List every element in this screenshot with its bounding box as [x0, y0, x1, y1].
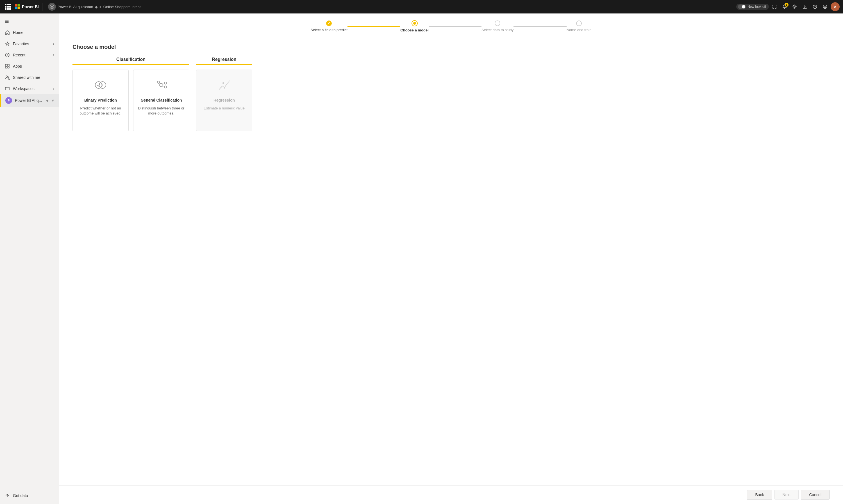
powerbi-ai-label: Power BI AI q...: [15, 98, 43, 103]
chevron-right-icon: ›: [53, 42, 54, 46]
svg-rect-15: [5, 67, 7, 68]
svg-point-9: [823, 5, 827, 9]
regression-section: Regression: [196, 57, 252, 131]
step-circle-2: [412, 20, 418, 26]
svg-point-10: [824, 6, 825, 7]
workspace-badge: P: [5, 97, 12, 104]
workspaces-icon: [4, 86, 10, 91]
regression-card: Regression Estimate a numeric value: [196, 70, 252, 131]
regression-title: Regression: [213, 98, 235, 103]
chevron-right-icon2: ›: [53, 53, 54, 57]
regression-cards: Regression Estimate a numeric value: [196, 70, 252, 131]
regression-icon: [216, 77, 233, 93]
help-button[interactable]: [810, 2, 820, 11]
step-label-1: Select a field to predict: [311, 28, 348, 32]
gear-icon: [792, 4, 797, 9]
clock-icon: [4, 52, 10, 58]
svg-point-6: [794, 6, 795, 7]
categories-row: Classification: [72, 57, 829, 131]
workspace-label: Power BI AI quickstart: [57, 5, 93, 9]
svg-point-22: [164, 82, 167, 84]
main-layout: Home Favorites › Recent: [0, 14, 843, 504]
sidebar-item-home[interactable]: Home: [0, 27, 59, 38]
svg-rect-3: [17, 7, 20, 9]
sidebar-bottom: Get data: [0, 487, 59, 504]
svg-rect-14: [7, 64, 9, 66]
sidebar-item-workspaces[interactable]: Workspaces ›: [0, 83, 59, 94]
cancel-button[interactable]: Cancel: [801, 490, 829, 500]
toggle-pill: [738, 4, 746, 9]
app-name-label: Power BI: [22, 4, 39, 9]
breadcrumb-diamond-icon: ◆: [95, 5, 98, 9]
general-classification-desc: Distinguish between three or more outcom…: [138, 106, 185, 116]
svg-point-27: [227, 83, 228, 84]
svg-rect-18: [5, 87, 9, 90]
feedback-button[interactable]: [821, 2, 829, 11]
toggle-label: New look off: [747, 5, 766, 9]
sidebar-item-favorites[interactable]: Favorites ›: [0, 38, 59, 49]
favorites-label: Favorites: [13, 41, 50, 46]
svg-point-19: [95, 82, 102, 88]
expand-icon: [772, 4, 777, 9]
binary-prediction-card[interactable]: Binary Prediction Predict whether or not…: [72, 70, 128, 131]
step-connector-3: [514, 26, 566, 26]
settings-button[interactable]: [790, 2, 799, 11]
home-icon: [4, 30, 10, 35]
step-choose-model: Choose a model: [400, 20, 428, 32]
expand-button[interactable]: [770, 2, 779, 11]
home-label: Home: [13, 30, 54, 35]
step-select-data: Select data to study: [481, 20, 514, 32]
get-data-item[interactable]: Get data: [4, 490, 54, 501]
next-button[interactable]: Next: [774, 490, 799, 500]
people-icon: [4, 75, 10, 80]
classification-header: Classification: [72, 57, 189, 65]
back-button[interactable]: Back: [747, 490, 772, 500]
regression-desc: Estimate a numeric value: [204, 106, 245, 111]
regression-header: Regression: [196, 57, 252, 65]
sidebar-item-apps[interactable]: Apps: [0, 60, 59, 72]
sidebar-nav: Home Favorites › Recent: [0, 27, 59, 487]
svg-point-26: [225, 85, 226, 86]
classification-section: Classification: [72, 57, 189, 131]
step-name-train: Name and train: [567, 20, 591, 32]
step-label-2: Choose a model: [400, 28, 428, 32]
topbar-divider: [42, 3, 42, 11]
microsoft-logo[interactable]: Power BI: [15, 4, 39, 10]
model-area: Classification: [59, 50, 843, 274]
sidebar-toggle-button[interactable]: [2, 17, 11, 26]
content-spacer: [59, 274, 843, 485]
svg-point-21: [159, 83, 163, 87]
sidebar: Home Favorites › Recent: [0, 14, 59, 504]
topbar: Power BI Power BI AI quickstart ◆ > Onli…: [0, 0, 843, 14]
svg-rect-16: [7, 67, 9, 68]
sidebar-item-recent[interactable]: Recent ›: [0, 49, 59, 60]
waffle-menu-button[interactable]: [3, 2, 12, 11]
page-title: Choose a model: [59, 38, 843, 50]
step-circle-4: [576, 20, 582, 26]
binary-prediction-title: Binary Prediction: [84, 98, 117, 103]
chevron-right-icon3: ›: [53, 87, 54, 91]
notifications-button[interactable]: 1: [780, 2, 789, 11]
general-classification-card[interactable]: General Classification Distinguish betwe…: [133, 70, 189, 131]
svg-point-11: [825, 6, 826, 7]
workspaces-label: Workspaces: [13, 86, 50, 91]
binary-prediction-icon: [92, 77, 109, 93]
sidebar-item-shared[interactable]: Shared with me: [0, 72, 59, 83]
svg-point-17: [6, 76, 7, 77]
general-classification-title: General Classification: [140, 98, 182, 103]
wizard-steps: ✓ Select a field to predict Choose a mod…: [72, 20, 829, 38]
recent-label: Recent: [13, 53, 50, 57]
wizard-header: ✓ Select a field to predict Choose a mod…: [59, 14, 843, 38]
shared-label: Shared with me: [13, 75, 54, 80]
step-dot-2: [413, 22, 416, 25]
download-button[interactable]: [800, 2, 809, 11]
microsoft-icon: [15, 4, 20, 10]
new-look-toggle[interactable]: New look off: [736, 4, 769, 10]
svg-point-8: [815, 7, 815, 8]
notification-badge: 1: [785, 3, 789, 7]
breadcrumb-page: Online Shoppers Intent: [103, 5, 141, 9]
steps-row: ✓ Select a field to predict Choose a mod…: [311, 20, 591, 32]
step-select-field: ✓ Select a field to predict: [311, 20, 348, 32]
user-avatar[interactable]: A: [831, 2, 840, 11]
sidebar-item-powerbi-ai[interactable]: P Power BI AI q... ◆ ∨: [0, 94, 59, 107]
